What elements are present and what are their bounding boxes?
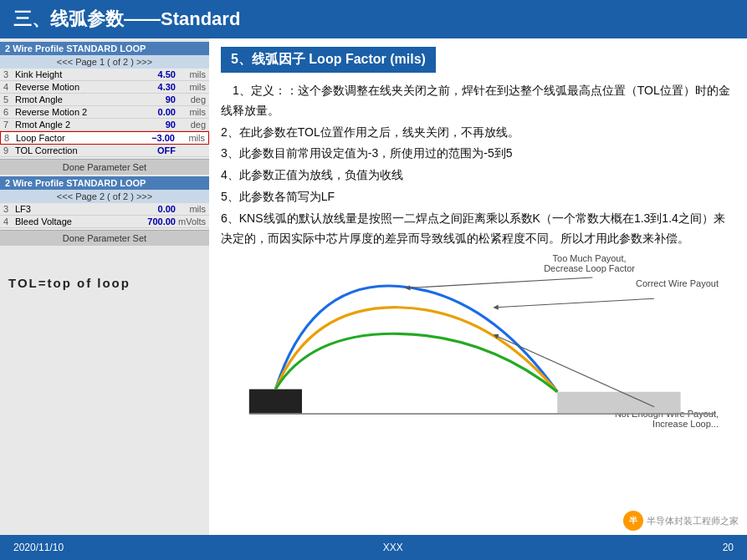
param-name-rmot-angle-2: Rmot Angle 2 (15, 120, 134, 130)
content-line-3: 3、此参数目前常用设定值为-3，所使用过的范围为-5到5 (221, 144, 735, 164)
logo-circle: 半 (623, 511, 643, 531)
section1-done-btn[interactable]: Done Parameter Set (0, 159, 209, 175)
tol-label: TOL=top of loop (0, 271, 209, 295)
footer-code: XXX (383, 542, 403, 553)
param-num-lf3: 3 (3, 204, 15, 214)
param-num-3: 3 (3, 69, 15, 79)
param-num-5: 5 (3, 94, 15, 104)
param-name-bleed-voltage: Bleed Voltage (15, 216, 134, 227)
param-unit-rmot-angle-2: deg (176, 120, 206, 130)
section2-header: 2 Wire Profile STANDARD LOOP (0, 176, 209, 190)
content-line-6: 6、KNS线弧的默认放线量是按照一二焊点之间距离乘以系数K（一个常数大概在1.3… (221, 209, 735, 249)
main-layout: 2 Wire Profile STANDARD LOOP <<< Page 1 … (0, 38, 747, 535)
footer-page: 20 (723, 542, 734, 553)
bond-pad-left (249, 389, 302, 414)
section1-page-nav[interactable]: <<< Page 1 ( of 2 ) >>> (0, 55, 209, 69)
param-value-loop-factor: −3.00 (133, 133, 175, 143)
content-line-2: 2、在此参数在TOL位置作用之后，线夹关闭，不再放线。 (221, 123, 735, 143)
diagram-area: Too Much Payout, Decrease Loop Factor Co… (221, 253, 735, 437)
param-name-loop-factor: Loop Factor (16, 133, 133, 143)
param-name-tol-correction: TOL Correction (15, 145, 134, 155)
param-num-9: 9 (3, 145, 15, 155)
param-num-8: 8 (4, 133, 16, 143)
param-section-1: 2 Wire Profile STANDARD LOOP <<< Page 1 … (0, 42, 209, 175)
param-unit-kink-height: mils (176, 69, 206, 79)
param-name-reverse-motion-2: Reverse Motion 2 (15, 107, 134, 117)
param-unit-reverse-motion: mils (176, 82, 206, 92)
param-row-reverse-motion-2[interactable]: 6 Reverse Motion 2 0.00 mils (0, 106, 209, 119)
section1-header: 2 Wire Profile STANDARD LOOP (0, 42, 209, 55)
param-num-bleed: 4 (3, 216, 15, 227)
content-text: 1、定义：：这个参数调整在线夹关闭之前，焊针在到达整个线弧最高点位置（TOL位置… (221, 81, 735, 248)
param-value-reverse-motion-2: 0.00 (134, 107, 176, 117)
left-panel: 2 Wire Profile STANDARD LOOP <<< Page 1 … (0, 38, 209, 535)
content-line-5: 5、此参数各简写为LF (221, 187, 735, 207)
svg-line-1 (407, 277, 592, 288)
wire-diagram-svg (221, 262, 735, 429)
param-unit-reverse-motion-2: mils (176, 107, 206, 117)
footer: 2020/11/10 XXX 20 (0, 535, 747, 560)
param-num-7: 7 (3, 120, 15, 130)
header-title: 三、线弧参数——Standard (13, 7, 240, 32)
param-value-lf3: 0.00 (134, 204, 176, 214)
param-row-bleed-voltage[interactable]: 4 Bleed Voltage 700.00 mVolts (0, 216, 209, 228)
section2-page-nav[interactable]: <<< Page 2 ( of 2 ) >>> (0, 190, 209, 203)
param-value-bleed-voltage: 700.00 (134, 216, 176, 227)
param-unit-rmot-angle: deg (176, 94, 206, 104)
svg-line-2 (496, 299, 654, 308)
param-unit-bleed-voltage: mVolts (176, 216, 206, 227)
param-value-kink-height: 4.50 (134, 69, 176, 79)
param-unit-lf3: mils (176, 204, 206, 214)
param-row-rmot-angle[interactable]: 5 Rmot Angle 90 deg (0, 94, 209, 106)
param-value-reverse-motion: 4.30 (134, 82, 176, 92)
content-line-4: 4、此参数正值为放线，负值为收线 (221, 165, 735, 186)
logo-watermark: 半 半导体封装工程师之家 (623, 511, 739, 531)
right-section-title: 5、线弧因子 Loop Factor (mils) (221, 47, 436, 73)
param-row-loop-factor[interactable]: 8 Loop Factor −3.00 mils (0, 131, 209, 145)
param-name-kink-height: Kink Height (15, 69, 134, 79)
page-header: 三、线弧参数——Standard (0, 0, 747, 38)
content-line-1: 1、定义：：这个参数调整在线夹关闭之前，焊针在到达整个线弧最高点位置（TOL位置… (221, 81, 735, 121)
param-section-2: 2 Wire Profile STANDARD LOOP <<< Page 2 … (0, 176, 209, 246)
param-row-lf3[interactable]: 3 LF3 0.00 mils (0, 203, 209, 216)
param-num-6: 6 (3, 107, 15, 117)
param-row-tol-correction[interactable]: 9 TOL Correction OFF (0, 145, 209, 157)
param-row-kink-height[interactable]: 3 Kink Height 4.50 mils (0, 69, 209, 81)
param-num-4: 4 (3, 82, 15, 92)
param-name-reverse-motion: Reverse Motion (15, 82, 134, 92)
right-panel: 5、线弧因子 Loop Factor (mils) 1、定义：：这个参数调整在线… (209, 38, 747, 535)
param-name-lf3: LF3 (15, 204, 134, 214)
footer-date: 2020/11/10 (13, 542, 64, 553)
param-value-rmot-angle: 90 (134, 94, 176, 104)
logo-text: 半导体封装工程师之家 (647, 515, 739, 527)
wire-too-much (275, 286, 557, 392)
param-value-tol-correction: OFF (134, 145, 176, 155)
param-row-rmot-angle-2[interactable]: 7 Rmot Angle 2 90 deg (0, 119, 209, 131)
param-value-rmot-angle-2: 90 (134, 120, 176, 130)
bond-pad-right (557, 392, 680, 413)
param-unit-loop-factor: mils (175, 133, 205, 143)
param-name-rmot-angle: Rmot Angle (15, 94, 134, 104)
param-row-reverse-motion[interactable]: 4 Reverse Motion 4.30 mils (0, 81, 209, 94)
section2-done-btn[interactable]: Done Parameter Set (0, 230, 209, 246)
